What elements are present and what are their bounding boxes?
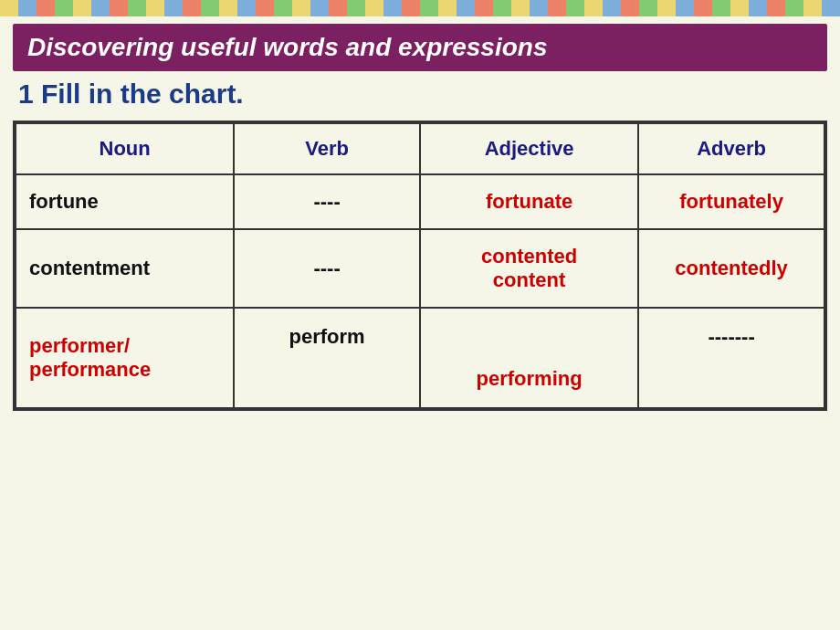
title-bar: Discovering useful words and expressions	[13, 24, 827, 71]
row1-noun: fortune	[16, 174, 234, 229]
table-header-row: Noun Verb Adjective Adverb	[16, 123, 824, 174]
header-noun: Noun	[16, 123, 234, 174]
header-adjective: Adjective	[420, 123, 638, 174]
row1-adjective: fortunate	[420, 174, 638, 229]
table-row: performer/ performance perform performin…	[16, 308, 824, 408]
word-chart-container: Noun Verb Adjective Adverb fortune ---- …	[13, 121, 827, 411]
row1-verb: ----	[234, 174, 420, 229]
row3-verb: perform	[234, 308, 420, 408]
header-adverb: Adverb	[638, 123, 824, 174]
row2-noun: contentment	[16, 229, 234, 308]
table-row: contentment ---- contented content conte…	[16, 229, 824, 308]
table-row: fortune ---- fortunate fortunately	[16, 174, 824, 229]
top-banner	[0, 0, 840, 16]
row2-verb: ----	[234, 229, 420, 308]
row1-adverb: fortunately	[638, 174, 824, 229]
word-chart-table: Noun Verb Adjective Adverb fortune ---- …	[15, 122, 825, 409]
row2-adverb: contentedly	[638, 229, 824, 308]
section-subtitle: 1 Fill in the chart.	[18, 79, 827, 110]
row3-adjective: performing	[420, 308, 638, 408]
row2-adjective: contented content	[420, 229, 638, 308]
row3-noun: performer/ performance	[16, 308, 234, 408]
row3-adverb: -------	[638, 308, 824, 408]
main-title: Discovering useful words and expressions	[27, 33, 813, 62]
header-verb: Verb	[234, 123, 420, 174]
